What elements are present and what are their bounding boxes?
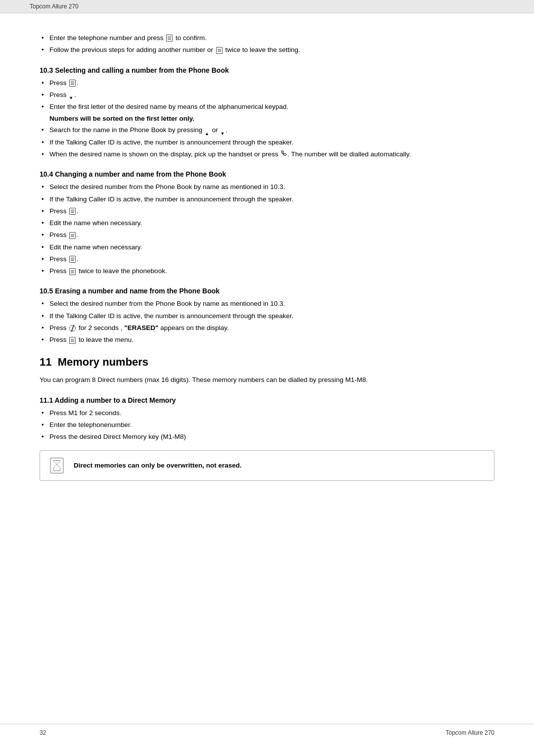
- bullet-enter-phone: Enter the telephonenumber.: [40, 420, 494, 430]
- bullet-press-down: Press .: [40, 90, 494, 100]
- bullet-press-menu-4: Press .: [40, 254, 494, 264]
- header-bar: Topcom Allure 270: [0, 0, 534, 13]
- bullet-press-menu: Press .: [40, 78, 494, 88]
- bullet-desired-name: When the desired name is shown on the di…: [40, 149, 494, 160]
- bullet-talking-caller-1: If the Talking Caller ID is active, the …: [40, 138, 494, 147]
- section-10-4-bullets: Select the desired number from the Phone…: [40, 182, 494, 276]
- footer-page-number: 32: [40, 729, 46, 736]
- up-arrow-icon: [205, 128, 210, 133]
- chapter-11-intro: You can program 8 Direct numbers (max 16…: [40, 375, 494, 385]
- chapter-11: 11 Memory numbers You can program 8 Dire…: [40, 356, 494, 385]
- bold-note-10-3: Numbers will be sorted on the first lett…: [40, 115, 494, 122]
- bullet-select-desired-2: Select the desired number from the Phone…: [40, 299, 494, 309]
- note-icon: [48, 457, 66, 474]
- section-11-1-bullets: Press M1 for 2 seconds. Enter the teleph…: [40, 408, 494, 442]
- bullet-press-menu-2: Press .: [40, 206, 494, 216]
- section-10-3: 10.3 Selecting and calling a number from…: [40, 66, 494, 160]
- phone-icon: [281, 149, 287, 159]
- intro-bullets: Enter the telephone number and press to …: [40, 33, 494, 55]
- bullet-press-direct-memory: Press the desired Direct Memory key (M1-…: [40, 432, 494, 442]
- bullet-edit-name-2: Edit the name when necessary.: [40, 242, 494, 252]
- bullet-talking-caller-2: If the Talking Caller ID is active, the …: [40, 194, 494, 204]
- note-text: Direct memories can only be overwritten,…: [74, 462, 242, 469]
- section-10-4: 10.4 Changing a number and name from the…: [40, 170, 494, 276]
- bullet-search-name: Search for the name in the Phone Book by…: [40, 125, 494, 135]
- section-10-5-bullets: Select the desired number from the Phone…: [40, 299, 494, 345]
- chapter-11-title: 11 Memory numbers: [40, 356, 494, 369]
- menu-icon: [166, 35, 173, 42]
- bullet-press-menu-leave: Press to leave the menu.: [40, 335, 494, 345]
- bullet-press-slash: Press for 2 seconds , "ERASED" appears o…: [40, 323, 494, 333]
- bullet-edit-name-1: Edit the name when necessary.: [40, 218, 494, 228]
- menu-icon-8: [69, 337, 76, 344]
- section-11-1-title: 11.1 Adding a number to a Direct Memory: [40, 396, 494, 404]
- footer-brand: Topcom Allure 270: [445, 729, 494, 736]
- bullet-select-desired-1: Select the desired number from the Phone…: [40, 182, 494, 192]
- menu-icon-6: [69, 256, 76, 263]
- page: Topcom Allure 270 Enter the telephone nu…: [0, 0, 534, 756]
- bullet-press-m1: Press M1 for 2 seconds.: [40, 408, 494, 418]
- chapter-title-text: Memory numbers: [58, 356, 148, 368]
- note-box: Direct memories can only be overwritten,…: [40, 450, 494, 481]
- section-10-5-title: 10.5 Erasing a number and name from the …: [40, 287, 494, 295]
- section-10-3-title: 10.3 Selecting and calling a number from…: [40, 66, 494, 74]
- menu-icon-3: [69, 80, 76, 87]
- header-label: Topcom Allure 270: [30, 3, 79, 10]
- menu-icon-2: [216, 47, 222, 54]
- section-10-3-bullets-after: Search for the name in the Phone Book by…: [40, 125, 494, 159]
- menu-icon-4: [69, 208, 76, 215]
- menu-icon-7: [69, 268, 76, 275]
- section-10-4-title: 10.4 Changing a number and name from the…: [40, 170, 494, 178]
- intro-bullet-1: Enter the telephone number and press to …: [40, 33, 494, 43]
- down-arrow-icon-2: [220, 128, 225, 133]
- down-arrow-icon: [69, 93, 74, 97]
- section-10-3-bullets-before: Press . Press . Enter the first letter o…: [40, 78, 494, 112]
- chapter-number: 11: [40, 356, 51, 368]
- section-10-5: 10.5 Erasing a number and name from the …: [40, 287, 494, 345]
- bullet-press-menu-twice: Press twice to leave the phonebook.: [40, 266, 494, 276]
- section-11-1: 11.1 Adding a number to a Direct Memory …: [40, 396, 494, 481]
- menu-icon-5: [69, 232, 76, 239]
- bullet-press-menu-3: Press .: [40, 230, 494, 240]
- footer-bar: 32 Topcom Allure 270: [0, 724, 534, 736]
- slash-zero-icon: [69, 325, 76, 331]
- bullet-talking-caller-3: If the Talking Caller ID is active, the …: [40, 311, 494, 321]
- bullet-enter-letter: Enter the first letter of the desired na…: [40, 102, 494, 112]
- intro-bullet-2: Follow the previous steps for adding ano…: [40, 45, 494, 55]
- content-area: Enter the telephone number and press to …: [0, 23, 534, 521]
